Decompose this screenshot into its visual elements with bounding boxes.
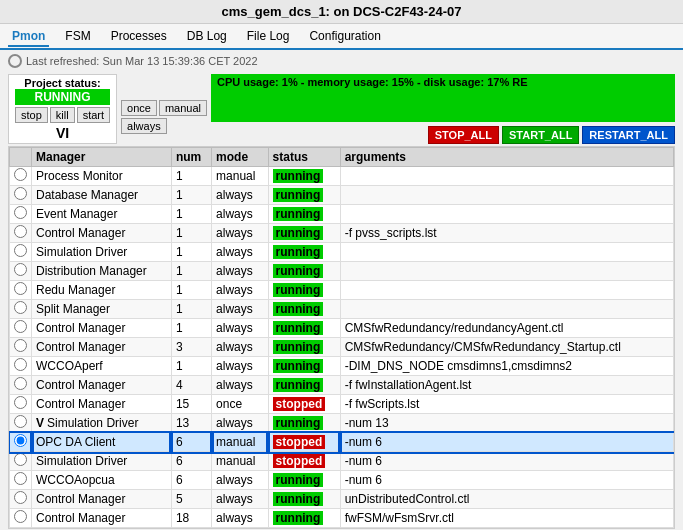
row-radio-cell[interactable] xyxy=(10,205,32,224)
row-num: 1 xyxy=(171,357,211,376)
refresh-bar: Last refreshed: Sun Mar 13 15:39:36 CET … xyxy=(0,50,683,72)
kill-button[interactable]: kill xyxy=(50,107,75,123)
row-radio-cell[interactable] xyxy=(10,395,32,414)
row-radio[interactable] xyxy=(14,320,27,333)
table-row[interactable]: Control Manager18alwaysrunningfwFSM/wFsm… xyxy=(10,509,674,528)
table-row[interactable]: Control Manager15oncestopped-f fwScripts… xyxy=(10,395,674,414)
always-button[interactable]: always xyxy=(121,118,167,134)
row-manager: Control Manager xyxy=(32,490,172,509)
row-mode: always xyxy=(212,300,269,319)
row-radio-cell[interactable] xyxy=(10,490,32,509)
table-row[interactable]: VSimulation Driver13alwaysrunning-num 13 xyxy=(10,414,674,433)
row-radio-cell[interactable] xyxy=(10,452,32,471)
row-mode: manual xyxy=(212,433,269,452)
menu-filelog[interactable]: File Log xyxy=(243,27,294,45)
row-num: 1 xyxy=(171,224,211,243)
col-arguments: arguments xyxy=(340,148,673,167)
table-row[interactable]: Database Manager1alwaysrunning xyxy=(10,186,674,205)
row-mode: always xyxy=(212,376,269,395)
row-radio[interactable] xyxy=(14,282,27,295)
table-row[interactable]: WCCOAperf1alwaysrunning-DIM_DNS_NODE cms… xyxy=(10,357,674,376)
status-badge: running xyxy=(273,188,324,202)
row-mode: always xyxy=(212,281,269,300)
row-radio[interactable] xyxy=(14,453,27,466)
row-radio[interactable] xyxy=(14,206,27,219)
refresh-icon[interactable] xyxy=(8,54,22,68)
window-title: cms_gem_dcs_1: on DCS-C2F43-24-07 xyxy=(222,4,462,19)
row-radio-cell[interactable] xyxy=(10,376,32,395)
stop-button[interactable]: stop xyxy=(15,107,48,123)
row-radio-cell[interactable] xyxy=(10,243,32,262)
row-radio[interactable] xyxy=(14,396,27,409)
table-row[interactable]: Control Manager1alwaysrunningCMSfwRedund… xyxy=(10,319,674,338)
row-radio[interactable] xyxy=(14,510,27,523)
row-radio[interactable] xyxy=(14,415,27,428)
running-badge: RUNNING xyxy=(15,89,110,105)
row-radio[interactable] xyxy=(14,301,27,314)
table-row[interactable]: Simulation Driver6manualstopped-num 6 xyxy=(10,452,674,471)
row-radio-cell[interactable] xyxy=(10,338,32,357)
row-mode: always xyxy=(212,205,269,224)
row-radio-cell[interactable] xyxy=(10,471,32,490)
row-radio-cell[interactable] xyxy=(10,186,32,205)
row-radio[interactable] xyxy=(14,244,27,257)
row-radio[interactable] xyxy=(14,168,27,181)
row-status: running xyxy=(268,338,340,357)
row-radio-cell[interactable] xyxy=(10,414,32,433)
row-manager: Simulation Driver xyxy=(32,243,172,262)
menu-pmon[interactable]: Pmon xyxy=(8,27,49,47)
row-radio[interactable] xyxy=(14,358,27,371)
start-all-button[interactable]: START_ALL xyxy=(502,126,579,144)
menu-fsm[interactable]: FSM xyxy=(61,27,94,45)
row-args: fwFSM/wFsmSrvr.ctl xyxy=(340,509,673,528)
start-button[interactable]: start xyxy=(77,107,110,123)
table-row[interactable]: Event Manager1alwaysrunning xyxy=(10,205,674,224)
row-radio-cell[interactable] xyxy=(10,509,32,528)
status-badge: running xyxy=(273,321,324,335)
row-radio-cell[interactable] xyxy=(10,319,32,338)
table-row[interactable]: Control Manager3alwaysrunningCMSfwRedund… xyxy=(10,338,674,357)
stop-all-button[interactable]: STOP_ALL xyxy=(428,126,499,144)
table-row[interactable]: Control Manager1alwaysrunning-f pvss_scr… xyxy=(10,224,674,243)
row-radio[interactable] xyxy=(14,339,27,352)
row-radio-cell[interactable] xyxy=(10,281,32,300)
menu-dblog[interactable]: DB Log xyxy=(183,27,231,45)
table-row[interactable]: Distribution Manager1alwaysrunning xyxy=(10,262,674,281)
col-num: num xyxy=(171,148,211,167)
restart-all-button[interactable]: RESTART_ALL xyxy=(582,126,675,144)
once-button[interactable]: once xyxy=(121,100,157,116)
vi-label: VI xyxy=(15,125,110,141)
row-radio[interactable] xyxy=(14,472,27,485)
table-row[interactable]: WCCOAopcua6alwaysrunning-num 6 xyxy=(10,471,674,490)
table-row[interactable]: Redu Manager1alwaysrunning xyxy=(10,281,674,300)
row-radio[interactable] xyxy=(14,187,27,200)
row-radio[interactable] xyxy=(14,377,27,390)
table-row[interactable]: Process Monitor1manualrunning xyxy=(10,167,674,186)
row-status: stopped xyxy=(268,433,340,452)
manual-button[interactable]: manual xyxy=(159,100,207,116)
row-num: 18 xyxy=(171,509,211,528)
row-manager: Control Manager xyxy=(32,338,172,357)
table-row[interactable]: Control Manager4alwaysrunning-f fwInstal… xyxy=(10,376,674,395)
row-radio[interactable] xyxy=(14,225,27,238)
row-radio[interactable] xyxy=(14,434,27,447)
table-row[interactable]: OPC DA Client6manualstopped-num 6 xyxy=(10,433,674,452)
row-radio[interactable] xyxy=(14,491,27,504)
row-radio-cell[interactable] xyxy=(10,262,32,281)
row-radio[interactable] xyxy=(14,263,27,276)
row-radio-cell[interactable] xyxy=(10,433,32,452)
table-row[interactable]: Split Manager1alwaysrunning xyxy=(10,300,674,319)
row-args: CMSfwRedundancy/CMSfwRedundancy_Startup.… xyxy=(340,338,673,357)
row-radio-cell[interactable] xyxy=(10,300,32,319)
row-mode: always xyxy=(212,224,269,243)
row-args xyxy=(340,243,673,262)
row-status: running xyxy=(268,300,340,319)
mode-buttons: once manual always xyxy=(121,90,207,144)
menu-configuration[interactable]: Configuration xyxy=(305,27,384,45)
table-row[interactable]: Control Manager5alwaysrunningunDistribut… xyxy=(10,490,674,509)
row-radio-cell[interactable] xyxy=(10,167,32,186)
row-radio-cell[interactable] xyxy=(10,224,32,243)
table-row[interactable]: Simulation Driver1alwaysrunning xyxy=(10,243,674,262)
row-radio-cell[interactable] xyxy=(10,357,32,376)
menu-processes[interactable]: Processes xyxy=(107,27,171,45)
